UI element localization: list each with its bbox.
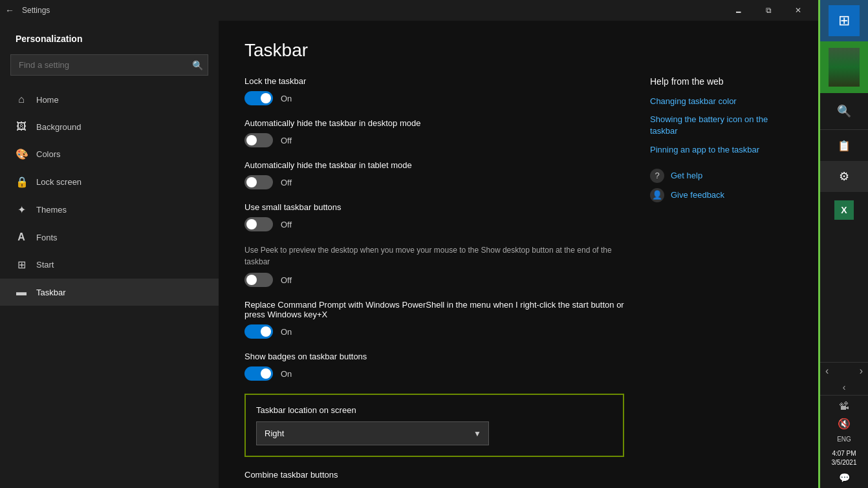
nav-item-taskbar[interactable]: ▬ Taskbar — [0, 279, 219, 306]
toggle-thumb-7 — [261, 368, 271, 379]
toggle-thumb-2 — [246, 135, 257, 145]
scroll-right-btn[interactable]: › — [860, 365, 863, 377]
panel-apps: X — [820, 192, 868, 362]
nav-item-start[interactable]: ⊞ Start — [0, 251, 219, 279]
help-link-3[interactable]: Pinning an app to the taskbar — [650, 144, 792, 156]
volume-icon-btn[interactable]: 🔇 — [838, 418, 851, 430]
small-buttons-label: Use small taskbar buttons — [244, 202, 624, 212]
nav-item-home[interactable]: ⌂ Home — [0, 86, 219, 113]
peek-state: Off — [281, 275, 292, 285]
show-badges-label: Show badges on taskbar buttons — [244, 352, 624, 361]
peek-toggle[interactable] — [244, 273, 273, 287]
nav-item-colors[interactable]: 🎨 Colors — [0, 140, 219, 168]
help-sidebar: Help from the web Changing taskbar color… — [650, 76, 792, 488]
help-section: Help from the web Changing taskbar color… — [650, 76, 792, 202]
window-controls: 🗕 ⧉ ✕ — [724, 0, 813, 21]
get-help-icon: ? — [650, 169, 664, 183]
avatar-area — [820, 41, 868, 93]
maximize-button[interactable]: ⧉ — [754, 0, 783, 21]
lock-screen-icon: 🔒 — [16, 176, 27, 188]
close-button[interactable]: ✕ — [783, 0, 813, 21]
windows-icon-btn[interactable]: ⊞ — [829, 5, 860, 36]
panel-nav-area: ‹ — [820, 379, 868, 395]
toggle-thumb-3 — [246, 177, 257, 187]
help-link-2[interactable]: Showing the battery icon on the taskbar — [650, 114, 792, 137]
background-icon: 🖼 — [16, 121, 27, 133]
help-link-1[interactable]: Changing taskbar color — [650, 96, 792, 107]
taskbar-icon: ▬ — [16, 286, 27, 298]
taskbar-location-label: Taskbar location on screen — [256, 405, 613, 415]
show-badges-toggle[interactable] — [244, 366, 273, 381]
settings-column: Lock the taskbar On Automatically hide t… — [244, 76, 624, 488]
setting-small-buttons: Use small taskbar buttons Off — [244, 202, 624, 231]
back-button[interactable]: ← — [5, 5, 14, 16]
give-feedback-icon: 👤 — [650, 188, 664, 202]
nav-label-background: Background — [36, 122, 81, 132]
panel-top: ⊞ — [820, 0, 868, 41]
small-buttons-state: Off — [281, 220, 292, 229]
fonts-icon: A — [16, 231, 27, 243]
avatar-image — [829, 48, 860, 87]
content-columns: Lock the taskbar On Automatically hide t… — [244, 76, 792, 488]
get-help-label: Get help — [671, 171, 702, 180]
search-input[interactable] — [10, 54, 208, 76]
lock-taskbar-state: On — [281, 94, 292, 103]
nav-label-colors: Colors — [36, 149, 61, 159]
replace-cmd-toggle[interactable] — [244, 324, 273, 339]
right-panel: ⊞ 🔍 📋 ⚙ X ‹ › ‹ 📽 🔇 ENG 4:07 PM — [818, 0, 868, 488]
replace-cmd-state: On — [281, 327, 292, 337]
toggle-thumb-4 — [246, 219, 257, 229]
time-display: 4:07 PM 3/5/2021 — [832, 449, 857, 467]
start-icon: ⊞ — [16, 259, 27, 271]
toggle-thumb-5 — [246, 275, 257, 285]
give-feedback-action[interactable]: 👤 Give feedback — [650, 188, 792, 202]
panel-back-btn[interactable]: ‹ — [843, 382, 846, 392]
auto-hide-desktop-label: Automatically hide the taskbar in deskto… — [244, 118, 624, 128]
minimize-button[interactable]: 🗕 — [724, 0, 754, 21]
help-title: Help from the web — [650, 76, 792, 87]
peek-desc: Use Peek to preview the desktop when you… — [244, 244, 624, 268]
panel-taskview-btn[interactable]: 📋 — [829, 133, 860, 158]
get-help-action[interactable]: ? Get help — [650, 169, 792, 183]
nav-item-fonts[interactable]: A Fonts — [0, 224, 219, 251]
search-icon-button[interactable]: 🔍 — [192, 60, 203, 70]
auto-hide-tablet-toggle[interactable] — [244, 175, 273, 189]
setting-show-badges: Show badges on taskbar buttons On — [244, 352, 624, 381]
toggle-thumb — [261, 93, 271, 103]
nav-label-fonts: Fonts — [36, 233, 58, 242]
panel-app-1-btn[interactable]: X — [829, 197, 860, 223]
nav-item-lock-screen[interactable]: 🔒 Lock screen — [0, 168, 219, 196]
taskbar-location-select[interactable]: Bottom Left Right Top — [256, 421, 489, 445]
panel-settings-btn[interactable]: ⚙ — [829, 164, 860, 189]
panel-search-btn[interactable]: 🔍 — [829, 98, 860, 124]
auto-hide-desktop-toggle[interactable] — [244, 133, 273, 147]
dropdown-wrapper: Bottom Left Right Top ▼ — [256, 421, 489, 445]
projector-icon-btn[interactable]: 📽 — [839, 401, 849, 412]
app-container: Personalization 🔍 ⌂ Home 🖼 Background 🎨 … — [0, 21, 818, 488]
combine-label: Combine taskbar buttons — [244, 470, 624, 480]
setting-auto-hide-tablet: Automatically hide the taskbar in tablet… — [244, 160, 624, 189]
sidebar-section-label: Personalization — [0, 21, 219, 49]
nav-label-home: Home — [36, 95, 59, 105]
nav-label-lock-screen: Lock screen — [36, 177, 81, 187]
toggle-thumb-6 — [261, 326, 271, 337]
setting-auto-hide-desktop: Automatically hide the taskbar in deskto… — [244, 118, 624, 147]
auto-hide-desktop-state: Off — [281, 136, 292, 145]
scroll-left-btn[interactable]: ‹ — [825, 365, 829, 377]
window-title: Settings — [22, 6, 724, 15]
small-buttons-toggle[interactable] — [244, 217, 273, 231]
home-icon: ⌂ — [16, 94, 27, 105]
auto-hide-tablet-state: Off — [281, 178, 292, 187]
nav-label-start: Start — [36, 260, 54, 270]
colors-icon: 🎨 — [16, 148, 27, 160]
nav-item-themes[interactable]: ✦ Themes — [0, 196, 219, 224]
scroll-nav: ‹ › — [820, 362, 868, 379]
notification-btn[interactable]: 💬 — [839, 472, 850, 483]
themes-icon: ✦ — [16, 204, 27, 216]
show-badges-state: On — [281, 369, 292, 379]
lock-taskbar-toggle[interactable] — [244, 91, 273, 105]
lang-indicator: ENG — [837, 435, 851, 444]
lock-taskbar-label: Lock the taskbar — [244, 76, 624, 86]
panel-taskview-area: 📋 — [820, 130, 868, 161]
nav-item-background[interactable]: 🖼 Background — [0, 113, 219, 140]
